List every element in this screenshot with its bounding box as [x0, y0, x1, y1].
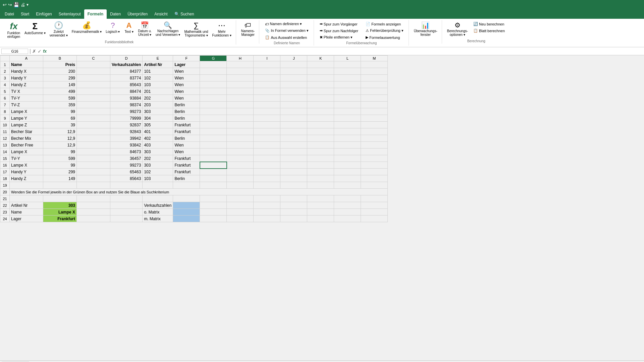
cell-G15[interactable]: [200, 155, 227, 162]
cell-I22[interactable]: [254, 202, 280, 209]
cell-K18[interactable]: [307, 175, 334, 182]
cell-A21[interactable]: [10, 195, 43, 202]
cell-D21[interactable]: [110, 195, 143, 202]
cell-M5[interactable]: [361, 88, 388, 95]
cell-E6[interactable]: 202: [143, 95, 173, 102]
cell-A14[interactable]: Lampe X: [10, 148, 43, 155]
cell-D1[interactable]: Verkaufszahlen: [110, 61, 143, 68]
cell-B24[interactable]: Frankfurt: [43, 216, 77, 222]
spreadsheet[interactable]: A B C D E F G H I J K L M 1NamePreisVerk…: [0, 55, 644, 360]
row-header-3[interactable]: 3: [0, 75, 10, 81]
cell-G19[interactable]: [200, 182, 227, 189]
cell-C23[interactable]: [77, 209, 110, 216]
cell-A4[interactable]: Handy Z: [10, 81, 43, 88]
col-header-l[interactable]: L: [334, 56, 361, 61]
cell-E19[interactable]: [143, 182, 173, 189]
cell-M10[interactable]: [361, 122, 388, 128]
cell-A20[interactable]: Wenden Sie die Formel jeweils in der Grü…: [10, 189, 388, 195]
cell-L1[interactable]: [334, 61, 361, 68]
cell-E15[interactable]: 202: [143, 155, 173, 162]
cell-F8[interactable]: Berlin: [173, 108, 200, 115]
cell-F11[interactable]: Frankfurt: [173, 128, 200, 135]
cell-E5[interactable]: 201: [143, 88, 173, 95]
cell-J8[interactable]: [280, 108, 307, 115]
cell-B15[interactable]: 599: [43, 155, 77, 162]
cell-A15[interactable]: TV-Y: [10, 155, 43, 162]
cell-D2[interactable]: 84377: [110, 68, 143, 75]
cell-I17[interactable]: [254, 169, 280, 175]
cell-B2[interactable]: 200: [43, 68, 77, 75]
cell-M12[interactable]: [361, 135, 388, 142]
cell-E17[interactable]: 102: [143, 169, 173, 175]
cell-C16[interactable]: [77, 162, 110, 169]
cell-H15[interactable]: [227, 155, 254, 162]
cell-D3[interactable]: 83774: [110, 75, 143, 81]
cell-J18[interactable]: [280, 175, 307, 182]
cell-M16[interactable]: [361, 162, 388, 169]
cell-J10[interactable]: [280, 122, 307, 128]
cell-L13[interactable]: [334, 142, 361, 148]
spur-vorgaenger-button[interactable]: ➡ Spur zum Vorgänger: [317, 21, 361, 27]
cell-K3[interactable]: [307, 75, 334, 81]
cell-E4[interactable]: 103: [143, 81, 173, 88]
cell-A9[interactable]: Lampe Y: [10, 115, 43, 122]
cell-F10[interactable]: Frankfurt: [173, 122, 200, 128]
cell-H3[interactable]: [227, 75, 254, 81]
cell-B18[interactable]: 149: [43, 175, 77, 182]
cell-A24[interactable]: Lager: [10, 216, 43, 222]
cell-D9[interactable]: 79999: [110, 115, 143, 122]
cell-K21[interactable]: [307, 195, 334, 202]
cell-G11[interactable]: [200, 128, 227, 135]
cell-D10[interactable]: 92837: [110, 122, 143, 128]
col-header-f[interactable]: F: [173, 56, 200, 61]
cell-L2[interactable]: [334, 68, 361, 75]
cell-M23[interactable]: [361, 209, 388, 216]
cell-I16[interactable]: [254, 162, 280, 169]
cell-G5[interactable]: [200, 88, 227, 95]
cell-F12[interactable]: Berlin: [173, 135, 200, 142]
cell-A18[interactable]: Handy Z: [10, 175, 43, 182]
cell-G2[interactable]: [200, 68, 227, 75]
cell-L19[interactable]: [334, 182, 361, 189]
row-header-19[interactable]: 19: [0, 182, 10, 189]
row-header-23[interactable]: 23: [0, 209, 10, 216]
cell-I7[interactable]: [254, 102, 280, 108]
cell-A7[interactable]: TV-Z: [10, 102, 43, 108]
row-header-7[interactable]: 7: [0, 102, 10, 108]
cell-A17[interactable]: Handy Y: [10, 169, 43, 175]
cell-G3[interactable]: [200, 75, 227, 81]
cell-H14[interactable]: [227, 148, 254, 155]
cell-F6[interactable]: Wien: [173, 95, 200, 102]
cell-L15[interactable]: [334, 155, 361, 162]
cell-H13[interactable]: [227, 142, 254, 148]
row-header-13[interactable]: 13: [0, 142, 10, 148]
datum-button[interactable]: 📅 Datum u.Uhrzeit ▾: [136, 21, 153, 38]
undo-icon[interactable]: ↩: [3, 2, 7, 7]
cell-D4[interactable]: 85643: [110, 81, 143, 88]
tab-formeln[interactable]: Formeln: [84, 9, 107, 19]
cell-A12[interactable]: Becher Mix: [10, 135, 43, 142]
cell-B3[interactable]: 299: [43, 75, 77, 81]
cell-J11[interactable]: [280, 128, 307, 135]
cell-A13[interactable]: Becher Free: [10, 142, 43, 148]
cell-L24[interactable]: [334, 216, 361, 222]
row-header-21[interactable]: 21: [0, 195, 10, 202]
cell-H1[interactable]: [227, 61, 254, 68]
cell-D22[interactable]: [110, 202, 143, 209]
cell-K12[interactable]: [307, 135, 334, 142]
in-formel-button[interactable]: 📎 In Formel verwenden ▾: [263, 27, 311, 34]
cell-I6[interactable]: [254, 95, 280, 102]
auswahl-erstellen-button[interactable]: 📋 Aus Auswahl erstellen: [263, 34, 311, 41]
cell-H7[interactable]: [227, 102, 254, 108]
neu-berechnen-button[interactable]: 🔄 Neu berechnen: [471, 21, 507, 27]
cell-B22[interactable]: 303: [43, 202, 77, 209]
cell-C12[interactable]: [77, 135, 110, 142]
cell-E13[interactable]: 403: [143, 142, 173, 148]
cell-B16[interactable]: 99: [43, 162, 77, 169]
cell-I1[interactable]: [254, 61, 280, 68]
cell-E9[interactable]: 304: [143, 115, 173, 122]
cell-L18[interactable]: [334, 175, 361, 182]
cell-M13[interactable]: [361, 142, 388, 148]
cell-K11[interactable]: [307, 128, 334, 135]
cell-E21[interactable]: [143, 195, 173, 202]
